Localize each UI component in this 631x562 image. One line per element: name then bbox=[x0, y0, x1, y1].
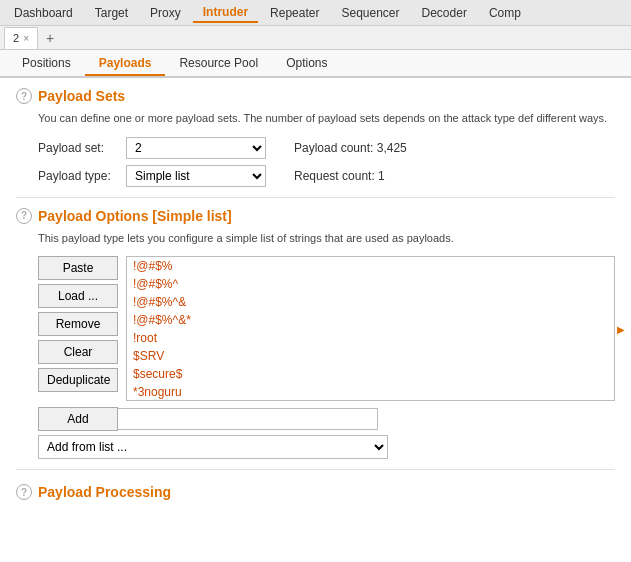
payload-processing-section: ? Payload Processing bbox=[16, 484, 615, 500]
add-from-list-select[interactable]: Add from list ... bbox=[38, 435, 388, 459]
tab-close-button[interactable]: × bbox=[23, 33, 29, 44]
tab-add-button[interactable]: + bbox=[40, 28, 60, 48]
payload-sets-desc: You can define one or more payload sets.… bbox=[38, 110, 615, 127]
tab-label: 2 bbox=[13, 32, 19, 44]
payload-set-select[interactable]: 2 bbox=[126, 137, 266, 159]
tab-payloads[interactable]: Payloads bbox=[85, 52, 166, 76]
section-divider-2 bbox=[16, 469, 615, 470]
nav-repeater[interactable]: Repeater bbox=[260, 4, 329, 22]
nav-intruder[interactable]: Intruder bbox=[193, 3, 258, 23]
tab-bar: 2 × + bbox=[0, 26, 631, 50]
payload-type-select[interactable]: Simple list bbox=[126, 165, 266, 187]
payload-options-help-icon[interactable]: ? bbox=[16, 208, 32, 224]
payload-sets-title: Payload Sets bbox=[38, 88, 125, 104]
payload-set-label: Payload set: bbox=[38, 141, 118, 155]
payload-sets-header: ? Payload Sets bbox=[16, 88, 615, 104]
list-item[interactable]: !@#$%^ bbox=[127, 275, 614, 293]
nav-dashboard[interactable]: Dashboard bbox=[4, 4, 83, 22]
payload-type-label: Payload type: bbox=[38, 169, 118, 183]
payload-type-row: Payload type: Simple list Request count:… bbox=[38, 165, 615, 187]
payload-list-area: !@#$%!@#$%^!@#$%^&!@#$%^&*!root$SRV$secu… bbox=[126, 256, 615, 401]
nav-target[interactable]: Target bbox=[85, 4, 138, 22]
clear-button[interactable]: Clear bbox=[38, 340, 118, 364]
load-button[interactable]: Load ... bbox=[38, 284, 118, 308]
list-item[interactable]: $secure$ bbox=[127, 365, 614, 383]
remove-button[interactable]: Remove bbox=[38, 312, 118, 336]
nav-proxy[interactable]: Proxy bbox=[140, 4, 191, 22]
payload-options-title: Payload Options [Simple list] bbox=[38, 208, 232, 224]
payload-action-buttons: Paste Load ... Remove Clear Deduplicate bbox=[38, 256, 118, 401]
paste-button[interactable]: Paste bbox=[38, 256, 118, 280]
list-item[interactable]: !@#$%^& bbox=[127, 293, 614, 311]
payload-options-area: Paste Load ... Remove Clear Deduplicate … bbox=[38, 256, 615, 401]
payload-processing-title: Payload Processing bbox=[38, 484, 171, 500]
deduplicate-button[interactable]: Deduplicate bbox=[38, 368, 118, 392]
nav-sequencer[interactable]: Sequencer bbox=[331, 4, 409, 22]
payload-sets-help-icon[interactable]: ? bbox=[16, 88, 32, 104]
add-from-list-row: Add from list ... bbox=[38, 435, 615, 459]
add-button[interactable]: Add bbox=[38, 407, 118, 431]
tab-options[interactable]: Options bbox=[272, 52, 341, 76]
list-item[interactable]: *3noguru bbox=[127, 383, 614, 401]
list-item[interactable]: !@#$%^&* bbox=[127, 311, 614, 329]
list-item[interactable]: $SRV bbox=[127, 347, 614, 365]
list-item[interactable]: !root bbox=[127, 329, 614, 347]
scroll-indicator: ▶ bbox=[617, 323, 625, 334]
sub-tab-bar: Positions Payloads Resource Pool Options bbox=[0, 50, 631, 78]
tab-resource-pool[interactable]: Resource Pool bbox=[165, 52, 272, 76]
add-row: Add bbox=[38, 407, 615, 431]
list-item[interactable]: !@#$% bbox=[127, 257, 614, 275]
tab-2[interactable]: 2 × bbox=[4, 27, 38, 49]
request-count-info: Request count: 1 bbox=[294, 169, 385, 183]
main-content: ? Payload Sets You can define one or mor… bbox=[0, 78, 631, 562]
payload-count-info: Payload count: 3,425 bbox=[294, 141, 407, 155]
add-input[interactable] bbox=[118, 408, 378, 430]
tab-positions[interactable]: Positions bbox=[8, 52, 85, 76]
nav-comp[interactable]: Comp bbox=[479, 4, 531, 22]
payload-set-row: Payload set: 2 Payload count: 3,425 bbox=[38, 137, 615, 159]
nav-decoder[interactable]: Decoder bbox=[412, 4, 477, 22]
payload-options-header: ? Payload Options [Simple list] bbox=[16, 208, 615, 224]
payload-list[interactable]: !@#$%!@#$%^!@#$%^&!@#$%^&*!root$SRV$secu… bbox=[126, 256, 615, 401]
section-divider-1 bbox=[16, 197, 615, 198]
payload-processing-header: ? Payload Processing bbox=[16, 484, 615, 500]
payload-options-desc: This payload type lets you configure a s… bbox=[38, 230, 615, 247]
top-nav-bar: Dashboard Target Proxy Intruder Repeater… bbox=[0, 0, 631, 26]
payload-processing-help-icon[interactable]: ? bbox=[16, 484, 32, 500]
